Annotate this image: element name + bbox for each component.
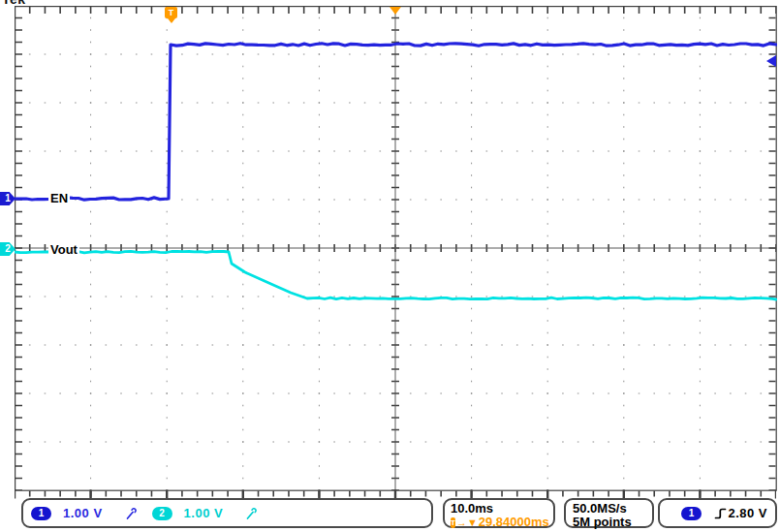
graticule	[15, 6, 777, 502]
ch2-badge[interactable]: 2	[152, 507, 172, 520]
trigger-readout-box[interactable]: 1 2.80 V	[658, 498, 777, 528]
ch2-scale-readout: 1.00 V	[184, 506, 224, 520]
sample-rate: 50.0MS/s	[573, 501, 645, 516]
trigger-level-readout: 2.80 V	[728, 506, 767, 520]
arrow-icon: →	[456, 516, 467, 529]
ch1-trace-label: EN	[48, 191, 70, 205]
trigger-t-icon: T	[451, 517, 455, 528]
trigger-level-arrow-icon[interactable]	[766, 55, 776, 67]
timebase-scale: 10.0ms	[451, 501, 547, 516]
acquisition-readout-box[interactable]: 50.0MS/s 5M points	[564, 498, 654, 528]
center-crosshair	[15, 6, 776, 490]
trigger-delay-value: 29.84000ms	[479, 516, 549, 529]
ch2-probe-icon	[246, 507, 257, 519]
ch1-badge[interactable]: 1	[31, 507, 51, 520]
trigger-point-flag[interactable]: T	[165, 7, 177, 18]
channel-readout-box[interactable]: 1 1.00 V 2 1.00 V	[21, 498, 433, 528]
horizontal-readout-box[interactable]: 10.0ms T → ▼ 29.84000ms	[443, 498, 555, 528]
ch1-probe-icon	[126, 507, 137, 519]
ch1-position-marker[interactable]: 1	[0, 192, 16, 205]
oscilloscope-screen: Tek	[0, 0, 780, 532]
ch2-trace-label: Vout	[48, 242, 79, 257]
record-length: 5M points	[573, 516, 645, 529]
expansion-triangle-glyph: ▼	[467, 516, 478, 529]
ch2-position-marker[interactable]: 2	[0, 242, 16, 256]
rising-edge-slope-icon	[714, 506, 727, 520]
trigger-delay-readout: T → ▼ 29.84000ms	[451, 516, 547, 529]
expansion-point-triangle-icon[interactable]	[390, 7, 401, 15]
ch1-scale-readout: 1.00 V	[63, 506, 103, 520]
trigger-source-badge: 1	[681, 507, 702, 520]
